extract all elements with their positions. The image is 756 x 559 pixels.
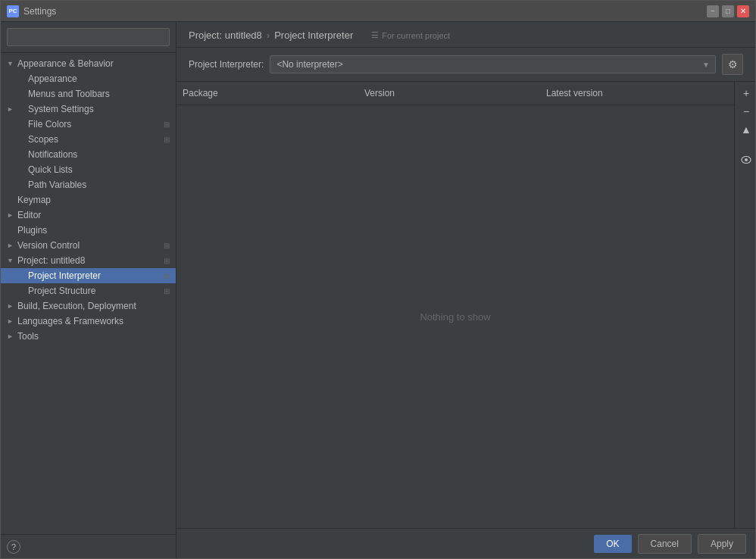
- sidebar-item-label: System Settings: [28, 104, 170, 114]
- gear-button[interactable]: ⚙: [722, 54, 743, 75]
- sidebar-item-project[interactable]: ▼ Project: untitled8 ⊞: [1, 253, 176, 268]
- sidebar-item-label: Appearance: [28, 73, 170, 84]
- content-header: Project: untitled8 › Project Interpreter…: [177, 22, 755, 48]
- arrow-icon: ▼: [7, 257, 17, 264]
- interpreter-label: Project Interpreter:: [189, 59, 264, 70]
- settings-window: PC Settings − □ ✕ ▼ Appearance & Behavio…: [0, 0, 756, 559]
- main-content: ▼ Appearance & Behavior Appearance Menus…: [1, 22, 755, 558]
- sidebar-item-languages-frameworks[interactable]: ► Languages & Frameworks: [1, 314, 176, 329]
- ext-icon: ⊞: [164, 272, 170, 280]
- remove-package-button[interactable]: −: [738, 103, 754, 120]
- sidebar-item-label: Menus and Toolbars: [28, 89, 170, 99]
- interpreter-select[interactable]: <No interpreter>: [270, 55, 716, 73]
- sidebar-item-system-settings[interactable]: ► System Settings: [1, 101, 176, 117]
- sidebar-item-tools[interactable]: ► Tools: [1, 329, 176, 344]
- titlebar: PC Settings − □ ✕: [1, 1, 755, 22]
- packages-area: Package Version Latest version Nothing t…: [177, 82, 755, 528]
- current-project-icon: ☰: [371, 30, 379, 40]
- minimize-button[interactable]: −: [707, 5, 719, 17]
- sidebar-item-label: Plugins: [17, 225, 170, 236]
- arrow-icon: ▼: [7, 60, 17, 67]
- sidebar-item-version-control[interactable]: ► Version Control ⊞: [1, 238, 176, 253]
- sidebar-item-path-variables[interactable]: Path Variables: [1, 177, 176, 192]
- sidebar-item-label: Tools: [17, 331, 170, 342]
- breadcrumb-parent: Project: untitled8: [189, 30, 262, 41]
- arrow-icon: ►: [7, 105, 17, 113]
- sidebar-item-notifications[interactable]: Notifications: [1, 147, 176, 162]
- arrow-icon: ►: [7, 211, 17, 219]
- search-box: [1, 22, 176, 53]
- sidebar-item-label: Project Interpreter: [28, 270, 164, 281]
- col-version-header: Version: [358, 85, 540, 101]
- arrow-icon: ►: [7, 317, 17, 325]
- breadcrumb-current: Project Interpreter: [274, 30, 353, 41]
- sidebar-item-label: Appearance & Behavior: [17, 58, 170, 69]
- empty-label: Nothing to show: [420, 311, 490, 323]
- col-package-header: Package: [177, 85, 358, 101]
- sidebar-item-label: Version Control: [17, 240, 164, 251]
- add-package-button[interactable]: +: [738, 85, 754, 101]
- current-project-label: For current project: [382, 31, 450, 40]
- for-current-project: ☰ For current project: [371, 30, 450, 40]
- breadcrumb-separator: ›: [267, 30, 270, 41]
- sidebar-item-quick-lists[interactable]: Quick Lists: [1, 162, 176, 177]
- breadcrumb: Project: untitled8 › Project Interpreter: [189, 30, 353, 41]
- app-icon: PC: [7, 5, 19, 17]
- sidebar: ▼ Appearance & Behavior Appearance Menus…: [1, 22, 177, 558]
- sidebar-item-label: Build, Execution, Deployment: [17, 301, 170, 311]
- sidebar-item-label: Notifications: [28, 149, 170, 160]
- sidebar-item-plugins[interactable]: Plugins: [1, 223, 176, 238]
- sidebar-item-keymap[interactable]: Keymap: [1, 192, 176, 208]
- interpreter-select-wrapper: <No interpreter> ▼: [270, 55, 716, 73]
- table-actions: + − ▲: [734, 82, 755, 528]
- arrow-icon: ►: [7, 242, 17, 249]
- window-title: Settings: [23, 6, 707, 17]
- col-latest-header: Latest version: [540, 85, 734, 101]
- svg-point-1: [745, 158, 748, 161]
- sidebar-item-label: File Colors: [28, 119, 164, 130]
- sidebar-item-menus-toolbars[interactable]: Menus and Toolbars: [1, 86, 176, 101]
- sidebar-item-label: Languages & Frameworks: [17, 316, 170, 326]
- arrow-icon: ►: [7, 333, 17, 340]
- table-header: Package Version Latest version: [177, 82, 734, 105]
- sidebar-item-appearance-behavior[interactable]: ▼ Appearance & Behavior: [1, 56, 176, 71]
- apply-button[interactable]: Apply: [698, 534, 746, 554]
- sidebar-item-label: Keymap: [17, 195, 170, 205]
- help-button[interactable]: ?: [7, 540, 20, 554]
- sidebar-item-label: Path Variables: [28, 180, 170, 190]
- sidebar-item-file-colors[interactable]: File Colors ⊞: [1, 117, 176, 132]
- sidebar-item-label: Project Structure: [28, 286, 164, 296]
- ext-icon: ⊞: [164, 242, 170, 250]
- sidebar-item-scopes[interactable]: Scopes ⊞: [1, 132, 176, 147]
- eye-button[interactable]: [738, 151, 754, 168]
- sidebar-tree: ▼ Appearance & Behavior Appearance Menus…: [1, 53, 176, 534]
- sidebar-item-appearance[interactable]: Appearance: [1, 71, 176, 86]
- ext-icon: ⊞: [164, 257, 170, 265]
- arrow-icon: ►: [7, 302, 17, 310]
- ext-icon: ⊞: [164, 120, 170, 129]
- content-area: Project: untitled8 › Project Interpreter…: [177, 22, 755, 558]
- sidebar-item-editor[interactable]: ► Editor: [1, 208, 176, 223]
- sidebar-item-label: Quick Lists: [28, 164, 170, 175]
- ext-icon: ⊞: [164, 136, 170, 144]
- sidebar-item-project-structure[interactable]: Project Structure ⊞: [1, 283, 176, 298]
- cancel-button[interactable]: Cancel: [638, 534, 692, 554]
- search-input[interactable]: [7, 28, 170, 46]
- packages-table: Package Version Latest version Nothing t…: [177, 82, 734, 528]
- interpreter-row: Project Interpreter: <No interpreter> ▼ …: [177, 48, 755, 82]
- ok-button[interactable]: OK: [594, 535, 631, 553]
- table-body: Nothing to show: [177, 105, 734, 528]
- sidebar-item-label: Editor: [17, 210, 170, 220]
- sidebar-item-label: Scopes: [28, 134, 164, 145]
- sidebar-item-project-interpreter[interactable]: Project Interpreter ⊞: [1, 268, 176, 283]
- sidebar-item-build-execution[interactable]: ► Build, Execution, Deployment: [1, 298, 176, 314]
- maximize-button[interactable]: □: [722, 5, 734, 17]
- up-button[interactable]: ▲: [738, 121, 754, 138]
- bottom-bar: OK Cancel Apply: [177, 528, 755, 558]
- ext-icon: ⊞: [164, 287, 170, 295]
- window-controls: − □ ✕: [707, 5, 749, 17]
- sidebar-footer: ?: [1, 534, 176, 558]
- close-button[interactable]: ✕: [737, 5, 749, 17]
- sidebar-item-label: Project: untitled8: [17, 255, 164, 266]
